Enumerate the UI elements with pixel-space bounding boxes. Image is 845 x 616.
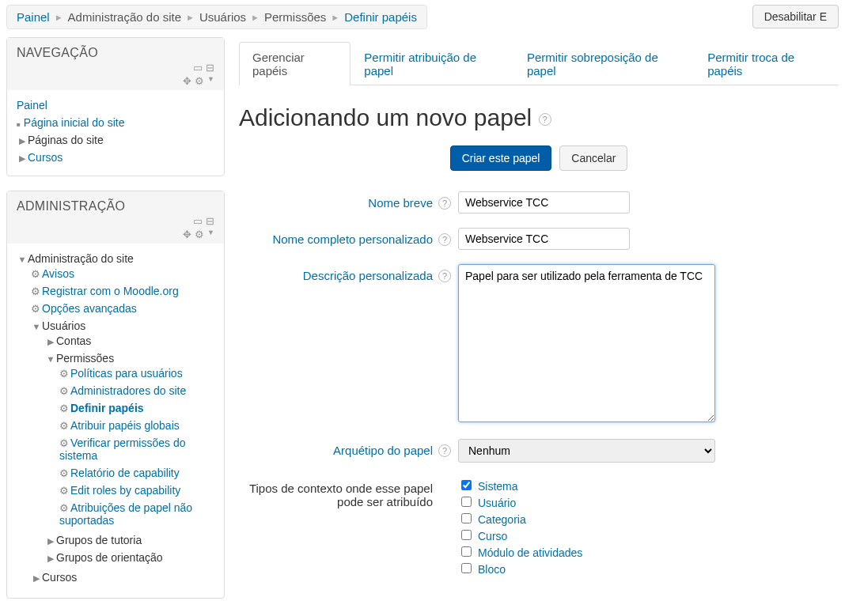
textarea-descricao[interactable] — [458, 264, 715, 422]
tab-permitir-atribuicao[interactable]: Permitir atribuição de papel — [351, 42, 513, 85]
label-arquetipo: Arquétipo do papel — [239, 439, 433, 457]
nav-painel[interactable]: Painel — [17, 99, 47, 111]
help-icon[interactable]: ? — [438, 233, 451, 246]
dock-icon[interactable]: ▭ — [193, 62, 203, 74]
context-item: Módulo de atividades — [458, 543, 839, 560]
perm-admins[interactable]: Administradores do site — [70, 384, 186, 397]
help-icon[interactable]: ? — [438, 270, 451, 282]
breadcrumb-definir-papeis[interactable]: Definir papéis — [344, 10, 417, 24]
help-icon[interactable]: ? — [438, 197, 451, 210]
breadcrumb-item: Usuários — [199, 10, 246, 24]
cancel-button[interactable]: Cancelar — [559, 145, 627, 171]
input-nome-completo[interactable] — [458, 228, 630, 250]
collapse-icon[interactable]: ▼ — [45, 354, 56, 364]
expand-icon[interactable]: ▶ — [45, 536, 56, 546]
navigation-block-title: NAVEGAÇÃO — [17, 46, 98, 59]
label-nome-breve: Nome breve — [239, 191, 433, 210]
admin-permissoes[interactable]: Permissões — [56, 352, 114, 365]
navigation-block: NAVEGAÇÃO ▭ ⊟ ✥ ⚙ ▼ Painel — [6, 37, 225, 176]
gear-icon: ⚙ — [31, 303, 40, 315]
gear-icon: ⚙ — [59, 420, 69, 432]
context-checkbox[interactable] — [461, 530, 472, 540]
gear-icon: ⚙ — [59, 485, 69, 497]
context-item: Categoria — [458, 510, 839, 527]
help-icon[interactable]: ? — [438, 444, 451, 457]
admin-contas[interactable]: Contas — [56, 334, 91, 347]
collapse-icon[interactable]: ▼ — [17, 255, 28, 264]
gear-icon: ⚙ — [59, 368, 69, 380]
context-item: Sistema — [458, 477, 839, 493]
admin-registrar[interactable]: Registrar com o Moodle.org — [42, 285, 179, 297]
context-checkbox[interactable] — [461, 497, 472, 507]
context-label[interactable]: Curso — [478, 530, 507, 542]
perm-nao-suportadas[interactable]: Atribuições de papel não suportadas — [59, 501, 192, 527]
input-nome-breve[interactable] — [458, 191, 630, 214]
chevron-down-icon[interactable]: ▼ — [207, 229, 214, 240]
tab-gerenciar-papeis[interactable]: Gerenciar papéis — [239, 42, 351, 85]
nav-paginas-site[interactable]: Páginas do site — [28, 134, 104, 146]
collapse-icon[interactable]: ⊟ — [206, 215, 214, 227]
bullet-icon: ■ — [17, 121, 21, 128]
breadcrumb-separator-icon: ► — [55, 13, 63, 22]
context-label[interactable]: Usuário — [478, 497, 516, 509]
context-checkbox[interactable] — [461, 480, 472, 490]
breadcrumb-item: Permissões — [264, 10, 326, 24]
expand-icon[interactable]: ▶ — [17, 153, 28, 164]
perm-relatorio[interactable]: Relatório de capability — [70, 467, 180, 479]
collapse-icon[interactable]: ⊟ — [206, 62, 214, 74]
context-label[interactable]: Sistema — [478, 480, 518, 493]
context-item: Usuário — [458, 493, 839, 510]
perm-edit-roles[interactable]: Edit roles by capability — [70, 484, 180, 497]
admin-usuarios[interactable]: Usuários — [42, 319, 85, 332]
help-icon[interactable]: ? — [539, 113, 551, 126]
perm-politicas[interactable]: Políticas para usuários — [70, 367, 183, 380]
tab-permitir-troca[interactable]: Permitir troca de papéis — [694, 42, 839, 85]
perm-verificar[interactable]: Verificar permissões do sistema — [59, 436, 186, 462]
context-checkbox[interactable] — [461, 563, 472, 573]
gear-icon: ⚙ — [59, 502, 69, 514]
gear-icon: ⚙ — [31, 285, 40, 297]
admin-root[interactable]: Administração do site — [28, 252, 134, 265]
administration-block-title: ADMINISTRAÇÃO — [17, 199, 125, 213]
create-role-button[interactable]: Criar este papel — [450, 145, 552, 171]
admin-cursos[interactable]: Cursos — [42, 571, 77, 584]
chevron-down-icon[interactable]: ▼ — [207, 75, 214, 87]
context-label[interactable]: Módulo de atividades — [478, 546, 582, 559]
nav-pagina-inicial[interactable]: Página inicial do site — [24, 116, 125, 129]
context-item: Bloco — [458, 560, 839, 576]
expand-icon[interactable]: ▶ — [17, 136, 28, 146]
breadcrumb: Painel ► Administração do site ► Usuário… — [6, 5, 427, 29]
disable-button[interactable]: Desabilitar E — [752, 5, 839, 28]
expand-icon[interactable]: ▶ — [31, 573, 42, 584]
context-checkbox[interactable] — [461, 546, 472, 557]
perm-atribuir-globais[interactable]: Atribuir papéis globais — [70, 419, 180, 432]
label-nome-completo: Nome completo personalizado — [239, 228, 433, 246]
admin-grupos-orientacao[interactable]: Grupos de orientação — [56, 551, 163, 564]
admin-avisos[interactable]: Avisos — [42, 267, 74, 280]
admin-grupos-tutoria[interactable]: Grupos de tutoria — [56, 534, 142, 546]
gear-icon[interactable]: ⚙ — [195, 75, 204, 87]
breadcrumb-item: Administração do site — [68, 10, 181, 24]
dock-icon[interactable]: ▭ — [193, 215, 203, 227]
select-arquetipo[interactable]: Nenhum — [458, 439, 715, 463]
context-checkbox[interactable] — [461, 513, 472, 523]
expand-icon[interactable]: ▶ — [45, 554, 56, 564]
expand-icon[interactable]: ▶ — [45, 337, 56, 347]
context-label[interactable]: Categoria — [478, 513, 526, 526]
tab-permitir-sobreposicao[interactable]: Permitir sobreposição de papel — [513, 42, 694, 85]
admin-opcoes[interactable]: Opções avançadas — [42, 302, 137, 315]
breadcrumb-painel[interactable]: Painel — [17, 10, 50, 24]
context-checklist: SistemaUsuárioCategoriaCursoMódulo de at… — [458, 477, 839, 576]
collapse-icon[interactable]: ▼ — [31, 322, 42, 331]
perm-definir-papeis[interactable]: Definir papéis — [70, 402, 144, 414]
breadcrumb-separator-icon: ► — [186, 13, 195, 22]
gear-icon: ⚙ — [59, 385, 69, 397]
gear-icon: ⚙ — [59, 437, 69, 449]
move-icon[interactable]: ✥ — [183, 229, 191, 240]
breadcrumb-separator-icon: ► — [331, 13, 339, 22]
gear-icon[interactable]: ⚙ — [195, 229, 204, 240]
move-icon[interactable]: ✥ — [183, 75, 191, 87]
context-label[interactable]: Bloco — [478, 563, 506, 576]
administration-block: ADMINISTRAÇÃO ▭ ⊟ ✥ ⚙ ▼ ▼Ad — [6, 191, 225, 599]
nav-cursos[interactable]: Cursos — [28, 151, 63, 164]
